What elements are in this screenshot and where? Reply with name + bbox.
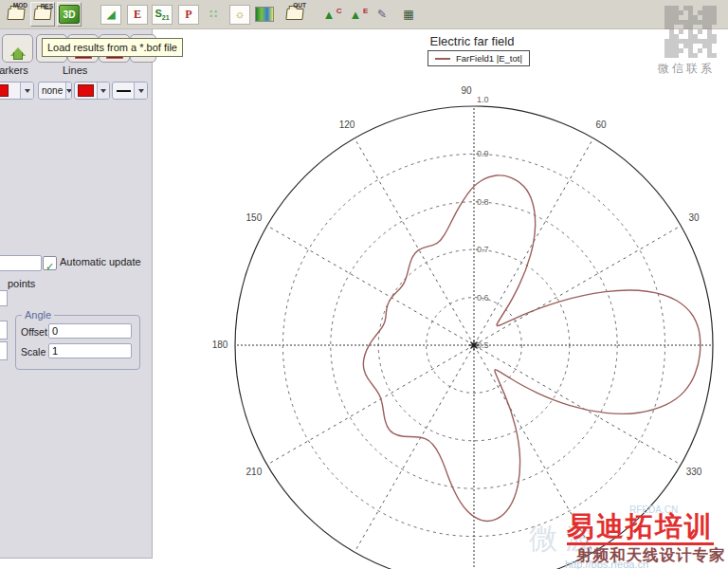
- antenna-icon: ▲C: [323, 9, 336, 21]
- radial-tick-label: 1.0: [477, 95, 489, 104]
- angle-tick-label: 330: [686, 467, 702, 477]
- result-table-button[interactable]: ▦: [396, 2, 421, 27]
- angle-tick-label: 60: [595, 119, 607, 130]
- tooltip: Load results from a *.bof file: [42, 38, 183, 57]
- angle-offset-label: Offset: [21, 326, 47, 338]
- points-label: points: [8, 278, 35, 289]
- qr-caption: 微信联系: [658, 61, 728, 77]
- clipped-points-icon: [0, 290, 8, 306]
- cube-3d-icon: 3D: [59, 5, 80, 24]
- chevron-down-icon[interactable]: [134, 83, 147, 99]
- radial-tick-label: 0.8: [477, 197, 489, 207]
- open-output-folder-button[interactable]: OUT: [282, 2, 307, 27]
- angle-groupbox: Angle Offset Scale: [15, 315, 140, 370]
- power-plot-button[interactable]: P: [176, 2, 201, 27]
- e-field-button-icon: E: [134, 8, 141, 22]
- power-plot-button-icon: P: [185, 8, 191, 22]
- line-style-sample: [117, 90, 131, 92]
- lines-section-label: Lines: [63, 64, 87, 76]
- open-results-folder-button[interactable]: RES: [30, 2, 55, 27]
- polar-spoke: [355, 138, 474, 345]
- edit-pencil-button[interactable]: ✎: [370, 2, 394, 27]
- network-nodes-button-icon: ∷: [209, 8, 217, 21]
- polar-spoke: [355, 345, 474, 552]
- plot-1d-button-icon: ◢: [106, 8, 115, 21]
- folder-icon: [33, 9, 51, 20]
- edit-pencil-button-icon: ✎: [377, 8, 387, 21]
- colormap-button[interactable]: [252, 2, 277, 27]
- angle-tick-label: 210: [246, 467, 263, 477]
- network-nodes-button[interactable]: ∷: [201, 2, 226, 27]
- main-toolbar: MODRES3D◢ES21P∷☼OUT▲C▲E✎▦: [0, 0, 728, 29]
- qr-code-watermark: [664, 6, 717, 58]
- chevron-down-icon[interactable]: [20, 83, 33, 99]
- legend-label: FarField1 |E_tot|: [456, 53, 522, 64]
- antenna-icon: ▲E: [350, 9, 362, 21]
- marker-color-select[interactable]: [0, 82, 34, 100]
- angle-tick-label: 90: [461, 85, 472, 96]
- farfield-curve: [363, 175, 700, 522]
- update-value-field[interactable]: [0, 255, 42, 271]
- result-table-button-icon: ▦: [403, 8, 413, 21]
- view-3d-button[interactable]: 3D: [57, 2, 82, 27]
- radial-tick-label: 0.7: [477, 245, 489, 254]
- watermark-brand-title: 易迪拓培训: [567, 510, 714, 545]
- angle-scale-field[interactable]: [48, 343, 132, 358]
- color-swatch: [78, 84, 94, 97]
- e-field-button[interactable]: E: [125, 2, 150, 27]
- plot-legend: FarField1 |E_tot|: [428, 50, 530, 66]
- angle-tick-label: 150: [246, 212, 263, 223]
- line-color-select[interactable]: [74, 82, 110, 100]
- open-model-folder-button[interactable]: MOD: [4, 2, 28, 27]
- clipped-field-1[interactable]: [0, 321, 8, 340]
- angle-offset-field[interactable]: [48, 323, 132, 339]
- clipped-field-2[interactable]: [0, 341, 8, 360]
- markers-section-label: Markers: [0, 64, 28, 76]
- s-parameter-button[interactable]: S21: [150, 2, 174, 27]
- plot-title: Electric far field: [377, 34, 567, 48]
- automatic-update-checkbox[interactable]: [43, 256, 57, 270]
- idea-bulb-button-icon: ☼: [235, 8, 246, 21]
- color-swatch: [0, 84, 9, 97]
- angle-tick-label: 180: [212, 340, 228, 350]
- farfield-c-button[interactable]: ▲C: [317, 2, 341, 27]
- chevron-down-icon[interactable]: [65, 83, 72, 99]
- load-up-button[interactable]: [2, 34, 33, 63]
- angle-group-title: Angle: [22, 309, 54, 321]
- automatic-update-label: Automatic update: [60, 256, 141, 267]
- farfield-e-button[interactable]: ▲E: [343, 2, 368, 27]
- watermark-brand-subtitle: 射频和天线设计专家: [576, 545, 726, 566]
- combo-value: none: [39, 83, 65, 99]
- polar-spoke: [474, 226, 681, 345]
- chevron-down-icon[interactable]: [97, 83, 109, 99]
- polar-spoke: [474, 345, 681, 465]
- angle-tick-label: 30: [689, 212, 701, 223]
- polar-plot: 3060901201501802103300.50.60.70.80.91.0: [152, 28, 728, 569]
- plot-properties-panel: Markers Lines none Automatic update poin…: [0, 28, 153, 559]
- polar-spoke: [267, 226, 474, 345]
- radial-tick-label: 0.6: [477, 293, 489, 303]
- angle-scale-label: Scale: [21, 346, 46, 358]
- polar-spoke: [267, 345, 474, 465]
- s21-icon: S21: [152, 5, 173, 25]
- line-style-select[interactable]: [112, 82, 148, 100]
- plot-1d-button[interactable]: ◢: [99, 2, 123, 27]
- idea-bulb-button[interactable]: ☼: [228, 2, 252, 27]
- marker-style-select[interactable]: none: [38, 82, 72, 100]
- angle-tick-label: 120: [339, 119, 355, 130]
- folder-icon: [285, 9, 303, 20]
- legend-line-sample: [435, 58, 450, 60]
- radial-tick-label: 0.9: [477, 149, 489, 158]
- colormap-icon: [255, 7, 274, 22]
- folder-icon: [7, 9, 25, 20]
